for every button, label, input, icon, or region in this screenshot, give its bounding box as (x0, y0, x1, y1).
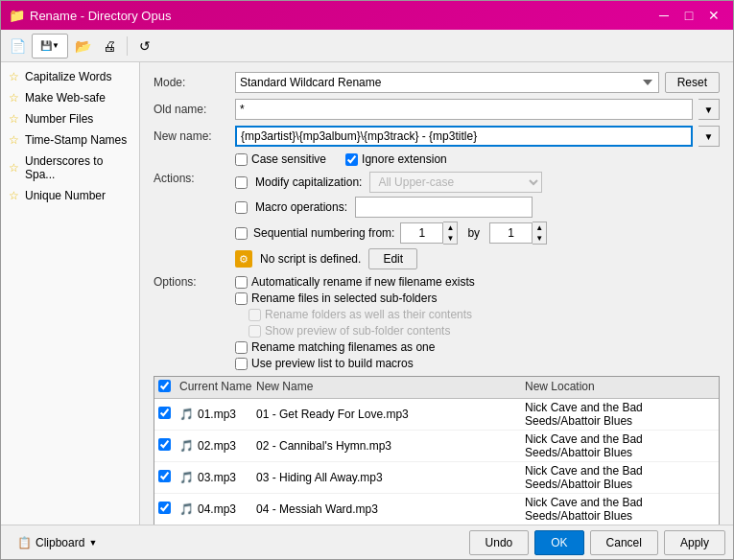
new-name-label: New name: (154, 129, 235, 143)
col-header-new: New Name (256, 380, 525, 395)
maximize-button[interactable]: □ (677, 6, 700, 25)
table-row: 🎵 03.mp3 03 - Hiding All Away.mp3 Nick C… (154, 462, 719, 494)
ignore-extension-checkbox[interactable] (345, 153, 358, 166)
macro-ops-input[interactable] (355, 197, 533, 218)
modify-cap-label: Modify capitalization: (255, 175, 362, 189)
actions-label: Actions: (154, 172, 235, 185)
modify-cap-row: Modify capitalization: All Upper-case (235, 172, 720, 193)
clipboard-label: Clipboard (36, 536, 84, 549)
row-checkbox[interactable] (158, 407, 171, 419)
clipboard-dropdown-icon: ▼ (88, 538, 97, 548)
new-name-cell: 02 - Cannibal's Hymn.mp3 (256, 439, 525, 453)
sidebar-item-websafe[interactable]: ☆ Make Web-safe (1, 87, 139, 108)
edit-script-button[interactable]: Edit (368, 248, 417, 269)
app-icon: 📁 (9, 8, 24, 23)
content-area: Mode: Standard Wildcard Rename Regular E… (140, 62, 733, 525)
cancel-button[interactable]: Cancel (590, 530, 658, 555)
options-label: Options: (154, 275, 235, 289)
row-checkbox[interactable] (158, 470, 171, 482)
sidebar-item-timestamp[interactable]: ☆ Time-Stamp Names (1, 129, 139, 151)
seq-by-down[interactable]: ▼ (533, 233, 546, 244)
mode-select[interactable]: Standard Wildcard Rename Regular Express… (235, 72, 659, 93)
new-name-cell: 03 - Hiding All Away.mp3 (256, 471, 525, 484)
location-cell: Nick Cave and the Bad Seeds/Abattoir Blu… (525, 432, 715, 459)
script-row: ⚙ No script is defined. Edit (235, 248, 720, 269)
ok-button[interactable]: OK (534, 530, 583, 555)
new-button[interactable]: 📄 (5, 34, 30, 58)
save-dropdown[interactable]: 💾▼ (32, 34, 68, 58)
seq-from-up[interactable]: ▲ (443, 222, 457, 233)
old-name-input[interactable] (235, 99, 693, 120)
rename-matching-label: Rename matching filenames as one (251, 340, 435, 354)
load-button[interactable]: 📂 (70, 34, 95, 58)
minimize-button[interactable]: ─ (652, 6, 675, 25)
seq-from-input[interactable] (400, 222, 443, 244)
file-icon: 🎵 (179, 439, 194, 453)
ignore-extension-label: Ignore extension (362, 152, 447, 166)
sidebar-item-label: Time-Stamp Names (25, 133, 127, 147)
table-row: 🎵 01.mp3 01 - Get Ready For Love.mp3 Nic… (154, 399, 719, 431)
macro-ops-row: Macro operations: (235, 197, 720, 218)
new-name-dropdown-arrow[interactable]: ▼ (698, 126, 720, 147)
seq-by-spinner: ▲ ▼ (489, 222, 547, 245)
apply-button[interactable]: Apply (664, 530, 725, 555)
file-list-container: Current Name New Name New Location 🎵 01.… (154, 376, 720, 525)
seq-numbering-row: Sequential numbering from: ▲ ▼ by (235, 222, 720, 245)
by-label: by (467, 226, 480, 240)
use-preview-label: Use preview list to build macros (251, 357, 414, 370)
old-name-dropdown-arrow[interactable]: ▼ (698, 99, 720, 120)
new-name-row: New name: ▼ (154, 126, 720, 147)
location-cell: Nick Cave and the Bad Seeds/Abattoir Blu… (525, 401, 715, 428)
rename-folders-label: Rename folders as well as their contents (265, 308, 472, 321)
rename-folders-checkbox[interactable] (249, 309, 261, 321)
auto-rename-checkbox[interactable] (235, 276, 248, 289)
ignore-extension-item: Ignore extension (345, 152, 447, 166)
print-button[interactable]: 🖨 (97, 34, 122, 58)
select-all-checkbox[interactable] (158, 380, 171, 392)
seq-from-down[interactable]: ▼ (443, 233, 457, 244)
file-icon: 🎵 (179, 502, 194, 516)
location-cell: Nick Cave and the Bad Seeds/Abattoir Blu… (525, 496, 715, 523)
modify-cap-checkbox[interactable] (235, 176, 248, 189)
sidebar-item-underscores[interactable]: ☆ Underscores to Spa... (1, 151, 139, 185)
case-sensitive-label: Case sensitive (251, 152, 326, 166)
auto-rename-label: Automatically rename if new filename exi… (251, 275, 475, 289)
star-icon: ☆ (9, 70, 19, 83)
show-preview-item: Show preview of sub-folder contents (249, 324, 720, 338)
title-bar: 📁 Rename - Directory Opus ─ □ ✕ (1, 1, 733, 30)
show-preview-checkbox[interactable] (249, 325, 261, 338)
row-checkbox[interactable] (158, 438, 171, 451)
macro-ops-checkbox[interactable] (235, 201, 248, 214)
seq-by-input[interactable] (489, 222, 533, 244)
sidebar-item-capitalize[interactable]: ☆ Capitalize Words (1, 66, 139, 87)
case-sensitive-checkbox[interactable] (235, 153, 248, 166)
current-name: 01.mp3 (198, 408, 236, 421)
script-icon: ⚙ (235, 250, 252, 268)
new-name-input[interactable] (235, 126, 693, 147)
script-no-script-label: No script is defined. (260, 252, 361, 266)
star-icon: ☆ (9, 189, 19, 202)
sidebar-item-label: Make Web-safe (25, 91, 106, 105)
window-controls: ─ □ ✕ (652, 6, 725, 25)
separator-1 (127, 36, 128, 56)
row-checkbox[interactable] (158, 502, 171, 514)
rename-matching-item: Rename matching filenames as one (235, 340, 720, 354)
undo-button[interactable]: Undo (469, 530, 530, 555)
reset-button[interactable]: Reset (665, 72, 720, 93)
undo-history-button[interactable]: ↺ (132, 34, 157, 58)
capitalization-select[interactable]: All Upper-case (369, 172, 542, 193)
mode-row: Mode: Standard Wildcard Rename Regular E… (154, 72, 720, 93)
clipboard-button[interactable]: 📋 Clipboard ▼ (9, 530, 106, 555)
file-list-header: Current Name New Name New Location (154, 377, 719, 399)
use-preview-checkbox[interactable] (235, 358, 248, 370)
sidebar-item-label: Underscores to Spa... (25, 154, 131, 181)
sidebar-item-numberfiles[interactable]: ☆ Number Files (1, 108, 139, 129)
sidebar-item-unique[interactable]: ☆ Unique Number (1, 185, 139, 206)
seq-by-up[interactable]: ▲ (533, 222, 546, 233)
seq-numbering-checkbox[interactable] (235, 227, 248, 240)
rename-matching-checkbox[interactable] (235, 341, 248, 354)
rename-sub-checkbox[interactable] (235, 292, 248, 305)
star-icon: ☆ (9, 161, 19, 175)
new-name-controls: ▼ (235, 126, 720, 147)
close-button[interactable]: ✕ (702, 6, 725, 25)
